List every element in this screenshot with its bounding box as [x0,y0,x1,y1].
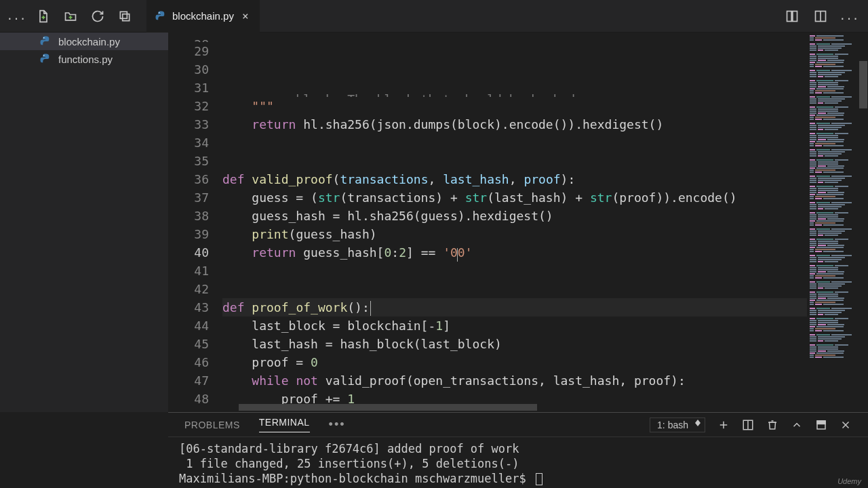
svg-rect-3 [787,11,792,21]
svg-point-7 [43,37,45,39]
watermark: Udemy [837,477,861,485]
kill-terminal-icon[interactable] [766,419,778,431]
svg-rect-4 [793,11,797,21]
new-folder-icon[interactable] [62,8,79,24]
new-file-icon[interactable] [35,8,52,24]
svg-point-2 [159,12,160,14]
titlebar-right: ... [784,8,868,24]
tab-more-icon[interactable]: ••• [329,418,346,432]
chevron-up-icon[interactable] [791,419,803,431]
tab-label: blockchain.py [172,10,234,22]
file-item-functions[interactable]: functions.py [0,50,168,68]
open-changes-icon[interactable] [784,8,800,24]
terminal-selector[interactable]: 1: bash [650,418,705,432]
file-label: functions.py [58,54,113,65]
refresh-icon[interactable] [90,8,106,24]
panel-tabs: PROBLEMS TERMINAL ••• 1: bash [168,413,868,437]
close-panel-icon[interactable] [840,419,852,431]
panel-toolbar: 1: bash [650,418,852,432]
file-label: blockchain.py [58,36,120,47]
tab-terminal[interactable]: TERMINAL [259,417,310,432]
bottom-panel: PROBLEMS TERMINAL ••• 1: bash [06-standa… [168,412,868,488]
titlebar-left: ... [0,8,141,24]
tab-problems[interactable]: PROBLEMS [184,420,240,430]
file-item-blockchain[interactable]: blockchain.py [0,33,168,50]
collapse-all-icon[interactable] [117,8,133,24]
code-area[interactable]: :block: The block that should be hashed.… [222,33,807,412]
editor-tab-active[interactable]: blockchain.py × [146,0,260,33]
svg-rect-1 [123,14,130,20]
titlebar: ... blockchain.py × ... [0,0,868,33]
svg-rect-14 [817,421,825,424]
secondary-cursor [457,248,458,262]
overflow-menu-icon[interactable]: ... [8,8,24,24]
vertical-scrollbar[interactable] [859,61,867,108]
close-icon[interactable]: × [239,9,252,22]
split-editor-icon[interactable] [812,8,829,24]
python-file-icon [39,53,52,65]
terminal-selector-label: 1: bash [657,420,688,430]
explorer-sidebar: blockchain.py functions.py [0,33,168,412]
code-editor[interactable]: 2829303132333435363738394041424344454647… [168,33,868,412]
svg-point-8 [43,55,45,56]
terminal-output[interactable]: [06-standard-library f2674c6] added proo… [168,437,868,488]
maximize-panel-icon[interactable] [815,419,827,431]
svg-rect-0 [120,12,127,18]
new-terminal-icon[interactable] [717,419,730,431]
tab-more-icon[interactable]: ... [841,8,857,24]
split-terminal-icon[interactable] [742,419,754,431]
python-file-icon [39,35,52,47]
python-file-icon [155,10,167,22]
horizontal-scrollbar[interactable] [239,404,537,411]
line-gutter: 2829303132333435363738394041424344454647… [168,33,222,412]
